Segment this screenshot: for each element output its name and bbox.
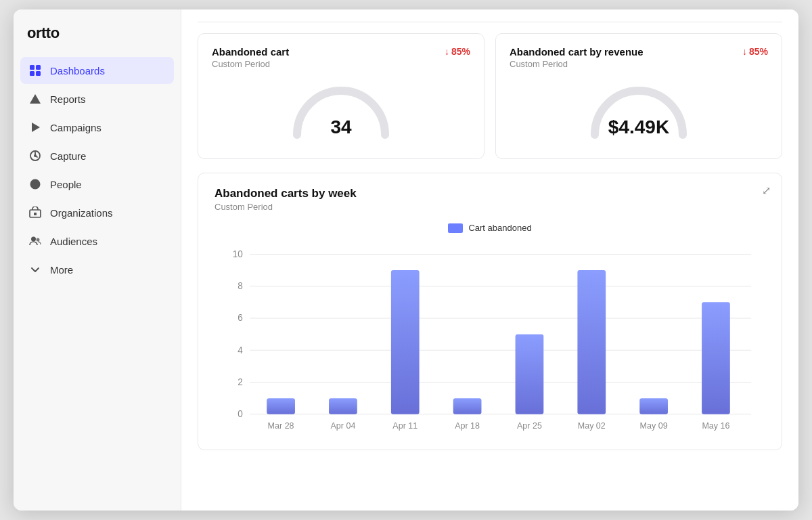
- card-change-badge: ↓ 85%: [742, 46, 768, 57]
- chart-period: Custom Period: [215, 202, 765, 212]
- sidebar: ortto Dashboards: [14, 9, 181, 511]
- svg-rect-1: [36, 65, 41, 70]
- svg-marker-5: [32, 123, 40, 132]
- svg-marker-4: [30, 94, 41, 104]
- svg-rect-36: [639, 398, 668, 414]
- sidebar-item-label: People: [50, 179, 82, 190]
- sidebar-item-reports[interactable]: Reports: [20, 85, 174, 112]
- svg-rect-2: [30, 71, 35, 76]
- svg-rect-32: [516, 334, 544, 414]
- svg-text:2: 2: [238, 377, 243, 387]
- metric-card-abandoned-cart-revenue: Abandoned cart by revenue Custom Period …: [495, 33, 782, 159]
- play-icon: [28, 121, 42, 134]
- sidebar-item-dashboards[interactable]: Dashboards: [20, 57, 174, 84]
- metric-card-abandoned-cart: Abandoned cart Custom Period ↓ 85%: [198, 33, 484, 159]
- card-title-group: Abandoned cart Custom Period: [212, 46, 289, 69]
- card-header: Abandoned cart by revenue Custom Period …: [510, 46, 768, 69]
- sidebar-item-label: Audiences: [50, 236, 97, 247]
- svg-text:May 16: May 16: [702, 421, 729, 431]
- sidebar-item-label: Campaigns: [50, 122, 102, 133]
- sidebar-item-label: More: [50, 264, 73, 276]
- card-period: Custom Period: [212, 59, 289, 69]
- card-title-group: Abandoned cart by revenue Custom Period: [510, 46, 644, 69]
- svg-point-10: [31, 237, 36, 242]
- card-period: Custom Period: [510, 59, 644, 69]
- svg-text:Apr 25: Apr 25: [517, 421, 542, 431]
- card-header: Abandoned cart Custom Period ↓ 85%: [212, 46, 470, 69]
- bar-chart-area: 0 2 4 6 8 10: [215, 240, 765, 436]
- sidebar-item-campaigns[interactable]: Campaigns: [20, 114, 174, 141]
- svg-text:May 02: May 02: [578, 421, 606, 431]
- svg-text:Mar 28: Mar 28: [268, 421, 294, 431]
- chart-section: ⤢ Abandoned carts by week Custom Period …: [198, 173, 782, 450]
- legend-color-swatch: [448, 223, 463, 233]
- card-title: Abandoned cart by revenue: [510, 46, 644, 58]
- gauge-container: 34: [212, 77, 470, 145]
- svg-point-6: [34, 154, 37, 157]
- app-window: ortto Dashboards: [14, 9, 798, 511]
- svg-rect-28: [391, 270, 420, 414]
- card-value: $4.49K: [608, 116, 669, 138]
- svg-rect-9: [34, 213, 37, 215]
- main-content: Abandoned cart Custom Period ↓ 85%: [181, 9, 798, 511]
- svg-rect-0: [30, 65, 35, 70]
- card-title: Abandoned cart: [212, 46, 289, 58]
- chart-legend: Cart abandoned: [215, 223, 765, 233]
- sidebar-item-organizations[interactable]: Organizations: [20, 199, 174, 226]
- svg-text:Apr 04: Apr 04: [331, 421, 356, 431]
- svg-rect-26: [329, 398, 357, 414]
- sidebar-item-label: Reports: [50, 93, 86, 105]
- svg-text:Apr 18: Apr 18: [455, 421, 480, 431]
- arrow-down-icon: ↓: [742, 46, 747, 57]
- chevron-down-icon: [28, 263, 42, 276]
- card-value: 34: [330, 116, 351, 138]
- sidebar-item-more[interactable]: More: [20, 256, 174, 283]
- capture-icon: [28, 149, 42, 162]
- sidebar-item-label: Organizations: [50, 207, 113, 219]
- sidebar-item-people[interactable]: People: [20, 171, 174, 198]
- legend-label: Cart abandoned: [468, 223, 531, 233]
- sidebar-item-label: Capture: [50, 150, 86, 162]
- svg-point-11: [37, 238, 40, 242]
- arrow-down-icon: ↓: [445, 46, 449, 57]
- svg-rect-30: [453, 398, 482, 414]
- change-value: 85%: [749, 46, 768, 57]
- bar-chart-svg: 0 2 4 6 8 10: [215, 240, 765, 436]
- triangle-icon: [28, 92, 42, 106]
- metric-cards-row: Abandoned cart Custom Period ↓ 85%: [198, 22, 782, 159]
- logo: ortto: [14, 9, 181, 54]
- expand-button[interactable]: ⤢: [762, 184, 771, 197]
- svg-text:8: 8: [238, 281, 243, 291]
- svg-rect-3: [36, 71, 41, 76]
- change-value: 85%: [451, 46, 470, 57]
- sidebar-item-label: Dashboards: [50, 65, 105, 77]
- org-icon: [28, 206, 42, 219]
- svg-text:6: 6: [238, 313, 243, 323]
- svg-text:Apr 11: Apr 11: [392, 421, 418, 431]
- svg-rect-38: [702, 302, 730, 414]
- sidebar-item-audiences[interactable]: Audiences: [20, 228, 174, 255]
- sidebar-item-capture[interactable]: Capture: [20, 142, 174, 169]
- sidebar-nav: Dashboards Reports Campaigns: [14, 54, 181, 286]
- svg-text:May 09: May 09: [640, 421, 668, 431]
- svg-rect-34: [577, 270, 606, 414]
- audiences-icon: [28, 234, 42, 248]
- svg-text:10: 10: [233, 249, 243, 259]
- gauge-container: $4.49K: [510, 77, 768, 145]
- svg-text:4: 4: [238, 345, 243, 355]
- svg-text:0: 0: [238, 409, 243, 419]
- circle-icon: [28, 177, 42, 191]
- svg-point-7: [30, 179, 41, 190]
- svg-rect-24: [267, 398, 295, 414]
- card-change-badge: ↓ 85%: [445, 46, 470, 57]
- chart-title: Abandoned carts by week: [215, 187, 765, 200]
- grid-icon: [28, 64, 42, 77]
